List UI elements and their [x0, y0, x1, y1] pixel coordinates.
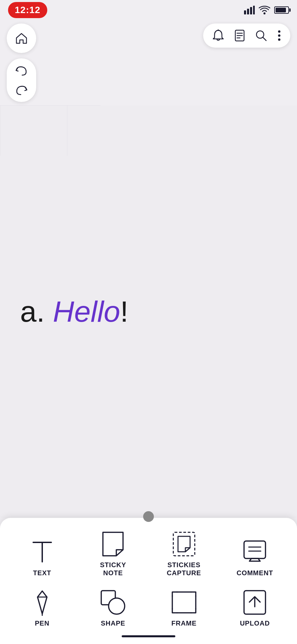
svg-rect-0 [244, 10, 246, 14]
tool-item-upload[interactable]: UPLOAD [221, 586, 289, 631]
status-icons [244, 6, 289, 14]
svg-point-13 [278, 35, 281, 37]
document-button[interactable] [233, 28, 246, 43]
sticky-note-tool-label: STICKY NOTE [100, 561, 126, 577]
search-icon [255, 30, 267, 41]
comment-tool-label: COMMENT [237, 569, 273, 577]
pen-tool-label: PEN [35, 619, 50, 627]
text-tool-icon [31, 539, 54, 565]
frame-tool-label: FRAME [171, 619, 196, 627]
notifications-button[interactable] [211, 28, 225, 43]
document-icon [235, 30, 245, 42]
upload-icon-area [241, 589, 268, 616]
redo-button[interactable] [14, 83, 29, 97]
frame-tool-icon [171, 591, 197, 614]
tool-item-comment[interactable]: COMMENT [221, 527, 289, 580]
svg-rect-1 [247, 9, 249, 14]
toolbar-grid: TEXT STICKY NOTE [8, 527, 289, 631]
wifi-icon [259, 6, 270, 14]
undo-button[interactable] [14, 64, 29, 77]
tool-item-stickies-capture[interactable]: STICKIES CAPTURE [150, 527, 218, 580]
stickies-capture-icon [172, 531, 196, 557]
frame-icon-area [171, 589, 197, 616]
comment-tool-icon [243, 539, 267, 565]
stickies-capture-tool-label: STICKIES CAPTURE [167, 561, 201, 577]
svg-rect-19 [244, 541, 265, 558]
battery-icon [274, 6, 289, 14]
search-button[interactable] [254, 29, 268, 43]
tool-item-text[interactable]: TEXT [8, 527, 76, 580]
bell-icon [213, 30, 224, 42]
pen-tool-icon [32, 589, 53, 616]
left-tools [7, 23, 36, 102]
signal-icon [244, 6, 255, 14]
tool-item-shape[interactable]: SHAPE [79, 586, 147, 631]
pen-icon-area [29, 589, 56, 616]
text-icon-area [29, 539, 56, 566]
toolbar-row [0, 20, 297, 105]
text-suffix: ! [120, 295, 128, 328]
home-icon [15, 32, 28, 45]
tool-item-sticky-note[interactable]: STICKY NOTE [79, 527, 147, 580]
text-highlight: Hello [53, 295, 120, 328]
svg-line-11 [263, 37, 266, 41]
upload-tool-icon [243, 589, 267, 615]
redo-icon [15, 85, 27, 95]
more-icon [278, 30, 281, 41]
bottom-toolbar: TEXT STICKY NOTE [0, 518, 297, 644]
svg-point-12 [278, 31, 281, 33]
svg-rect-3 [253, 6, 255, 14]
status-time: 12:12 [8, 2, 47, 18]
status-bar: 12:12 [0, 0, 297, 20]
svg-rect-2 [250, 7, 252, 14]
home-indicator [122, 635, 175, 637]
drag-handle[interactable] [143, 511, 154, 522]
svg-point-25 [109, 598, 125, 614]
tool-item-frame[interactable]: FRAME [150, 586, 218, 631]
shape-tool-icon [100, 589, 126, 615]
undo-icon [15, 65, 27, 76]
shape-icon-area [100, 589, 126, 616]
shape-tool-label: SHAPE [101, 619, 125, 627]
top-toolbar [203, 23, 290, 48]
svg-point-14 [278, 39, 281, 41]
canvas-text: a. Hello! [20, 294, 128, 329]
canvas-area: a. Hello! [0, 105, 297, 518]
home-button[interactable] [7, 23, 36, 53]
stickies-capture-icon-area [171, 531, 197, 557]
sticky-note-icon [101, 531, 125, 557]
text-prefix: a. [20, 295, 53, 328]
canvas-content: a. Hello! [0, 105, 297, 518]
sticky-note-icon-area [100, 531, 126, 557]
undo-redo-pill [7, 58, 36, 102]
upload-tool-label: UPLOAD [240, 619, 270, 627]
tool-item-pen[interactable]: PEN [8, 586, 76, 631]
text-tool-label: TEXT [33, 569, 51, 577]
more-button[interactable] [276, 29, 282, 43]
comment-icon-area [241, 539, 268, 566]
svg-point-4 [263, 12, 265, 14]
